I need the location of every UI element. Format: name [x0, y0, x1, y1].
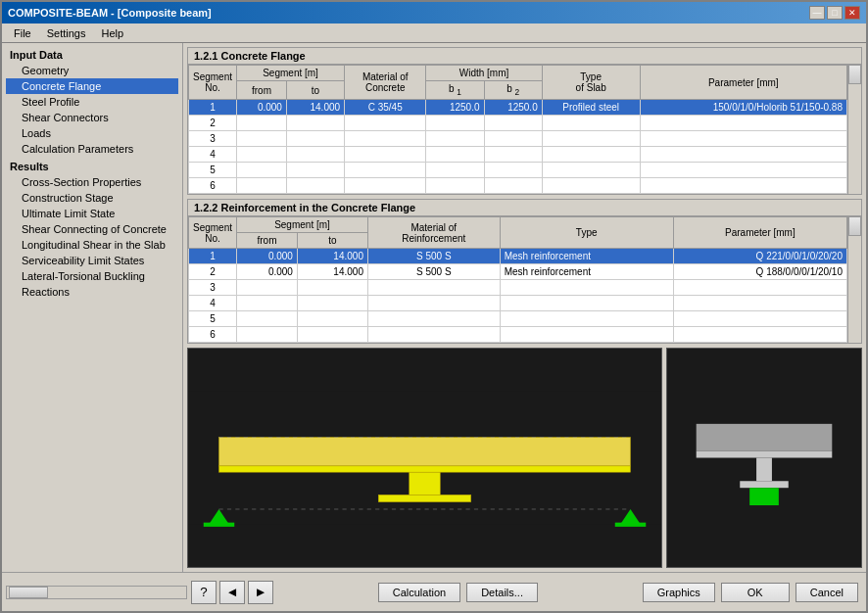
table-row[interactable]: 2 0.000 14.000 S 500 S Mesh reinforcemen… — [189, 264, 847, 280]
table-row[interactable]: 1 0.000 14.000 S 500 S Mesh reinforcemen… — [189, 249, 847, 264]
svg-rect-12 — [697, 424, 833, 451]
cell-from: 0.000 — [237, 249, 298, 264]
menu-bar: File Settings Help — [2, 24, 866, 43]
cell-no: 5 — [189, 163, 237, 178]
th-parameter: Parameter [mm] — [640, 66, 846, 100]
sidebar-item-long-shear[interactable]: Longitudinal Shear in the Slab — [6, 237, 178, 253]
back-button[interactable]: ◄ — [219, 581, 245, 604]
cell-b2: 1250.0 — [484, 100, 542, 116]
section2-header: 1.2.2 Reinforcement in the Concrete Flan… — [188, 200, 861, 216]
svg-rect-14 — [756, 458, 772, 482]
table-row[interactable]: 6 — [189, 327, 847, 343]
th2-seg-no: SegmentNo. — [189, 217, 237, 249]
cell-param: Q 188/0/0/0/1/20/10 — [673, 264, 846, 280]
minimize-button[interactable]: — — [809, 6, 825, 20]
graphics-area — [187, 348, 862, 568]
cell-from: 0.000 — [237, 100, 287, 116]
table-row[interactable]: 3 — [189, 280, 847, 296]
menu-settings[interactable]: Settings — [39, 25, 94, 41]
graphics-right-panel — [666, 348, 862, 568]
sidebar-item-cross-section[interactable]: Cross-Section Properties — [6, 174, 178, 190]
icon-buttons: ? ◄ ► — [191, 581, 273, 604]
svg-rect-6 — [204, 523, 235, 527]
cell-no: 3 — [189, 131, 237, 147]
window-title: COMPOSITE-BEAM - [Composite beam] — [8, 7, 212, 19]
beam-diagram-svg — [188, 349, 661, 567]
reinforcement-table: SegmentNo. Segment [m] Material ofReinfo… — [188, 216, 847, 343]
sidebar-item-concrete-flange[interactable]: Concrete Flange — [6, 78, 178, 94]
cell-no: 2 — [189, 116, 237, 131]
close-button[interactable]: ✕ — [844, 6, 860, 20]
th2-from: from — [237, 233, 298, 249]
sidebar-item-shear-connectors[interactable]: Shear Connectors — [6, 110, 178, 125]
table-row[interactable]: 1 0.000 14.000 C 35/45 1250.0 1250.0 Pro… — [189, 100, 847, 116]
help-button[interactable]: ? — [191, 581, 217, 604]
th-to: to — [286, 81, 344, 100]
sidebar-item-calc-params[interactable]: Calculation Parameters — [6, 141, 178, 157]
cell-b1: 1250.0 — [426, 100, 484, 116]
sidebar-item-shear-concrete[interactable]: Shear Connecting of Concrete — [6, 221, 178, 237]
th2-type: Type — [500, 217, 673, 249]
cell-material: S 500 S — [367, 249, 500, 264]
sidebar-item-reactions[interactable]: Reactions — [6, 284, 178, 300]
table-row[interactable]: 2 — [189, 116, 847, 131]
table-row[interactable]: 4 — [189, 296, 847, 311]
section-concrete-flange: 1.2.1 Concrete Flange SegmentNo. Segment… — [187, 47, 862, 195]
th-b2: b 2 — [484, 81, 542, 100]
cell-type: Profiled steel — [542, 100, 640, 116]
menu-file[interactable]: File — [6, 25, 39, 41]
sidebar-item-construction-stage[interactable]: Construction Stage — [6, 190, 178, 206]
cell-to: 14.000 — [286, 100, 344, 116]
cancel-button[interactable]: Cancel — [796, 583, 858, 602]
table-row[interactable]: 4 — [189, 147, 847, 163]
svg-rect-8 — [615, 523, 647, 527]
main-window: COMPOSITE-BEAM - [Composite beam] — □ ✕ … — [0, 0, 868, 613]
cell-no: 1 — [189, 100, 237, 116]
graphics-button[interactable]: Graphics — [643, 583, 715, 602]
cell-param: 150/0/1/0/Holorib 51/150-0.88 — [640, 100, 846, 116]
table-row[interactable]: 5 — [189, 163, 847, 178]
cell-from: 0.000 — [237, 264, 298, 280]
svg-rect-1 — [219, 438, 631, 466]
scrollbar-1[interactable] — [847, 65, 861, 194]
table-row[interactable]: 5 — [189, 311, 847, 327]
cell-no: 1 — [189, 249, 237, 264]
title-bar: COMPOSITE-BEAM - [Composite beam] — □ ✕ — [2, 2, 866, 24]
maximize-button[interactable]: □ — [827, 6, 843, 20]
cell-no: 3 — [189, 280, 237, 296]
table-row[interactable]: 6 — [189, 178, 847, 194]
cell-material: C 35/45 — [345, 100, 426, 116]
horizontal-scrollbar[interactable] — [6, 586, 187, 599]
ok-button[interactable]: OK — [721, 583, 790, 602]
sidebar-item-steel-profile[interactable]: Steel Profile — [6, 94, 178, 110]
svg-rect-16 — [749, 488, 779, 505]
cell-to: 14.000 — [297, 264, 367, 280]
th2-segment-m: Segment [m] — [237, 217, 368, 233]
svg-rect-3 — [410, 472, 441, 495]
cell-no: 4 — [189, 296, 237, 311]
th-material: Material ofConcrete — [345, 66, 426, 100]
sidebar-item-lateral-torsional[interactable]: Lateral-Torsional Buckling — [6, 268, 178, 284]
forward-button[interactable]: ► — [248, 581, 273, 604]
sidebar-item-ultimate-limit[interactable]: Ultimate Limit State — [6, 206, 178, 221]
th-width-mm: Width [mm] — [426, 66, 542, 81]
sidebar-item-loads[interactable]: Loads — [6, 125, 178, 141]
calculation-button[interactable]: Calculation — [378, 583, 460, 602]
svg-rect-2 — [219, 466, 631, 472]
scrollbar-2[interactable] — [847, 216, 861, 343]
cell-type: Mesh reinforcement — [500, 264, 673, 280]
sidebar-item-serviceability[interactable]: Serviceability Limit States — [6, 253, 178, 268]
cell-no: 6 — [189, 178, 237, 194]
table-row[interactable]: 3 — [189, 131, 847, 147]
graphics-left-panel — [187, 348, 662, 568]
concrete-flange-table: SegmentNo. Segment [m] Material ofConcre… — [188, 65, 847, 194]
details-button[interactable]: Details... — [466, 583, 538, 602]
th2-to: to — [297, 233, 367, 249]
right-panel: 1.2.1 Concrete Flange SegmentNo. Segment… — [183, 43, 866, 572]
sidebar-scroll-area — [6, 586, 187, 599]
sidebar-item-geometry[interactable]: Geometry — [6, 63, 178, 78]
cell-material: S 500 S — [367, 264, 500, 280]
cell-type: Mesh reinforcement — [500, 249, 673, 264]
menu-help[interactable]: Help — [93, 25, 131, 41]
th-from: from — [237, 81, 287, 100]
